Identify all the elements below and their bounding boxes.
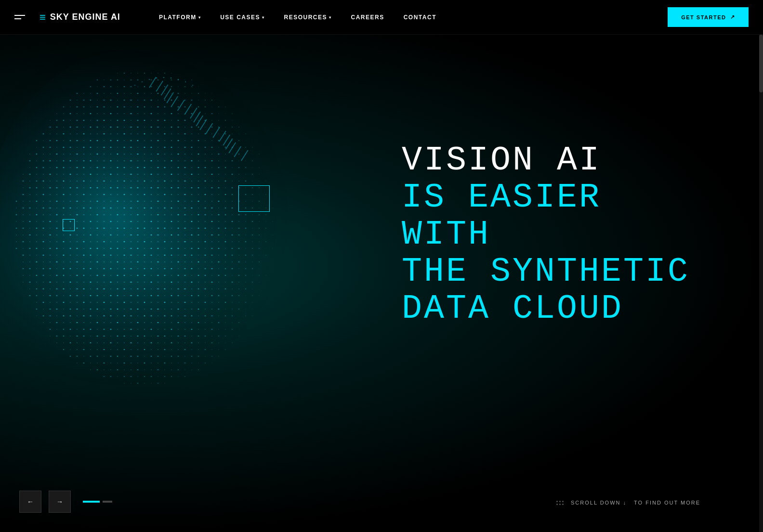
hero-title-white: VISION AI xyxy=(402,142,700,179)
svg-point-8 xyxy=(178,79,179,80)
nav-contact[interactable]: CONTACT xyxy=(394,1,446,33)
svg-point-7 xyxy=(171,78,171,78)
nav-resources[interactable]: RESOURCES ▾ xyxy=(275,1,342,33)
logo[interactable]: ≡ SKY ENGINE AI xyxy=(39,11,120,24)
svg-point-1 xyxy=(0,49,284,405)
slide-dot-inactive xyxy=(103,501,112,503)
nav-links: PLATFORM ▾ USE CASES ▾ RESOURCES ▾ CAREE… xyxy=(149,1,446,33)
decorative-rect-2 xyxy=(63,219,75,231)
use-cases-chevron-icon: ▾ xyxy=(262,15,265,20)
navbar: ≡ SKY ENGINE AI PLATFORM ▾ USE CASES ▾ R… xyxy=(0,0,763,35)
svg-point-10 xyxy=(192,85,193,86)
svg-point-4 xyxy=(149,79,150,80)
prev-slide-button[interactable]: ← xyxy=(19,491,41,513)
next-arrow-icon: → xyxy=(56,498,63,506)
decorative-rect-1 xyxy=(238,185,270,212)
logo-text: SKY ENGINE AI xyxy=(50,12,120,22)
logo-icon: ≡ xyxy=(39,11,46,24)
scroll-hint: SCROLL DOWN ↓ TO FIND OUT MORE xyxy=(556,500,700,506)
get-started-button[interactable]: GET STARTED ↗ xyxy=(668,7,749,27)
slide-indicator xyxy=(83,501,112,503)
svg-point-9 xyxy=(185,81,186,82)
resources-chevron-icon: ▾ xyxy=(329,15,332,20)
svg-point-0 xyxy=(10,59,289,396)
get-started-arrow-icon: ↗ xyxy=(730,14,736,20)
scroll-hint-decoration xyxy=(556,501,564,505)
hamburger-menu[interactable] xyxy=(14,15,25,19)
sphere-visualization xyxy=(0,35,318,420)
nav-platform[interactable]: PLATFORM ▾ xyxy=(149,1,210,33)
svg-point-5 xyxy=(156,78,157,78)
platform-chevron-icon: ▾ xyxy=(198,15,201,20)
scroll-find-text: TO FIND OUT MORE xyxy=(634,500,700,506)
svg-point-2 xyxy=(134,85,135,86)
sphere-canvas xyxy=(0,35,318,420)
scroll-down-text: SCROLL DOWN ↓ xyxy=(571,500,627,506)
hero-content: VISION AI IS EASIER WITH THE SYNTHETIC D… xyxy=(402,142,700,457)
nav-careers[interactable]: CAREERS xyxy=(342,1,394,33)
hero-section: VISION AI IS EASIER WITH THE SYNTHETIC D… xyxy=(0,0,763,532)
scrollbar[interactable] xyxy=(759,35,763,532)
nav-use-cases[interactable]: USE CASES ▾ xyxy=(210,1,274,33)
svg-point-6 xyxy=(163,77,164,78)
next-slide-button[interactable]: → xyxy=(49,491,71,513)
prev-arrow-icon: ← xyxy=(27,498,34,506)
hero-title-cyan: IS EASIER WITH THE SYNTHETIC DATA CLOUD xyxy=(402,179,700,327)
svg-point-3 xyxy=(142,81,143,82)
scrollbar-thumb[interactable] xyxy=(759,35,763,92)
slide-controls: ← → xyxy=(19,491,112,513)
scroll-down-arrow-icon: ↓ xyxy=(623,500,627,506)
slide-dot-active xyxy=(83,501,100,503)
